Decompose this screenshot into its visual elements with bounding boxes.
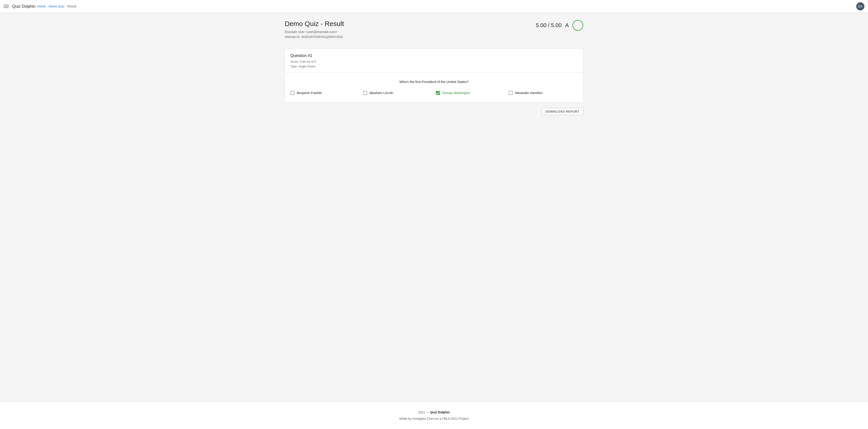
choice-item-correct: George Washington — [436, 91, 505, 95]
choice-label-correct: George Washington — [442, 91, 470, 95]
actions-row: DOWNLOAD REPORT — [285, 108, 583, 115]
main-content: Demo Quiz - Result Example User <user@ex… — [276, 13, 592, 402]
question-card-body: Who's the first President of the United … — [285, 72, 583, 102]
page-header-right: 5.00 / 5.00 A — [536, 20, 583, 31]
question-card: Question #1 Score: 5.00 out of 5 Type: s… — [285, 48, 583, 103]
breadcrumb-current: Result — [67, 4, 76, 8]
footer: 2021 — Quiz Dolphin Made by Hongqiao Che… — [0, 402, 868, 429]
choice-item: Alexander Hamilton — [508, 91, 578, 95]
choice-label: Abraham Lincoln — [370, 91, 393, 95]
choice-checkbox — [290, 91, 294, 95]
breadcrumb-sep2: - — [65, 4, 66, 8]
footer-year-app: 2021 — Quiz Dolphin — [4, 409, 864, 416]
choice-checkbox — [508, 91, 513, 95]
attempt-id: Attempt ID: WJDSATDSRXGQIWKHJISS — [285, 34, 344, 39]
page-header: Demo Quiz - Result Example User <user@ex… — [285, 20, 583, 39]
menu-icon[interactable] — [4, 5, 9, 8]
question-type: Type: single choice — [290, 64, 578, 69]
choice-checkbox-checked — [436, 91, 440, 95]
choice-item: Abraham Lincoln — [363, 91, 432, 95]
footer-credit: Made by Hongqiao Chen as a FBLA 2021 Pro… — [4, 416, 864, 422]
download-report-button[interactable]: DOWNLOAD REPORT — [541, 108, 583, 115]
page-header-left: Demo Quiz - Result Example User <user@ex… — [285, 20, 344, 39]
question-text: Who's the first President of the United … — [290, 80, 578, 84]
breadcrumb: Home - Demo Quiz - Result — [37, 4, 76, 8]
choice-label: Alexander Hamilton — [515, 91, 542, 95]
score-display: 5.00 / 5.00 — [536, 22, 562, 29]
question-card-header: Question #1 Score: 5.00 out of 5 Type: s… — [285, 49, 583, 72]
choice-item: Benjamin Franklin — [290, 91, 360, 95]
user-email: Example User <user@example.com> — [285, 29, 344, 34]
question-number: Question #1 — [290, 53, 578, 58]
breadcrumb-quiz[interactable]: Demo Quiz — [49, 4, 64, 8]
choice-checkbox — [363, 91, 367, 95]
footer-dash: — — [426, 410, 430, 414]
user-info: Example User <user@example.com> Attempt … — [285, 29, 344, 39]
choices-grid: Benjamin Franklin Abraham Lincoln George… — [290, 91, 578, 95]
breadcrumb-sep1: - — [46, 4, 48, 8]
footer-app-name: Quiz Dolphin — [430, 410, 450, 414]
page-title: Demo Quiz - Result — [285, 20, 344, 28]
navbar-brand[interactable]: Quiz Dolphin — [12, 4, 35, 9]
choice-label: Benjamin Franklin — [297, 91, 322, 95]
question-score: Score: 5.00 out of 5 — [290, 60, 578, 64]
navbar: Quiz Dolphin Home - Demo Quiz - Result E… — [0, 0, 868, 13]
breadcrumb-home[interactable]: Home — [37, 4, 46, 8]
grade-badge: A — [565, 22, 569, 29]
score-circle — [572, 20, 583, 31]
question-meta: Score: 5.00 out of 5 Type: single choice — [290, 60, 578, 69]
footer-year: 2021 — [418, 410, 425, 414]
user-avatar[interactable]: EA — [856, 2, 864, 10]
